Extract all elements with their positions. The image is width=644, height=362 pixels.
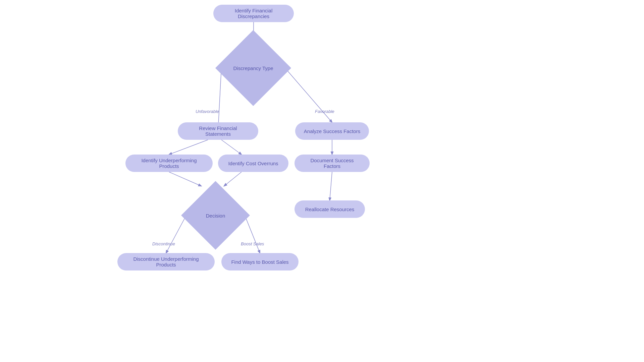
review-financial-node: Review Financial Statements <box>178 122 258 140</box>
svg-line-4 <box>221 140 241 155</box>
svg-line-2 <box>285 68 332 122</box>
connections-svg <box>0 0 644 362</box>
boost-edge-label: Boost Sales <box>241 241 264 246</box>
identify-financial-node: Identify Financial Discrepancies <box>213 5 294 22</box>
favorable-label: Favorable <box>315 109 334 114</box>
svg-line-6 <box>169 172 201 186</box>
svg-line-1 <box>218 68 221 131</box>
discrepancy-type-node: Discrepancy Type <box>221 36 285 100</box>
boost-sales-node: Find Ways to Boost Sales <box>221 253 299 270</box>
svg-line-10 <box>245 216 260 253</box>
unfavorable-label: Unfavorable <box>196 109 219 114</box>
decision-node: Decision <box>186 186 245 245</box>
svg-line-7 <box>224 172 241 186</box>
document-success-node: Document Success Factors <box>294 155 370 172</box>
svg-line-3 <box>169 140 208 155</box>
decision-diamond: Decision <box>181 181 250 250</box>
identify-cost-node: Identify Cost Overruns <box>218 155 288 172</box>
analyze-success-node: Analyze Success Factors <box>295 122 369 140</box>
discontinue-edge-label: Discontinue <box>152 241 175 246</box>
reallocate-node: Reallocate Resources <box>294 200 365 218</box>
discrepancy-type-diamond: Discrepancy Type <box>215 30 291 106</box>
svg-line-8 <box>330 172 332 200</box>
svg-line-9 <box>166 216 186 253</box>
discontinue-node: Discontinue Underperforming Products <box>117 253 215 270</box>
identify-underperforming-node: Identify Underperforming Products <box>125 155 213 172</box>
flowchart-diagram: Identify Financial Discrepancies Discrep… <box>0 0 644 362</box>
